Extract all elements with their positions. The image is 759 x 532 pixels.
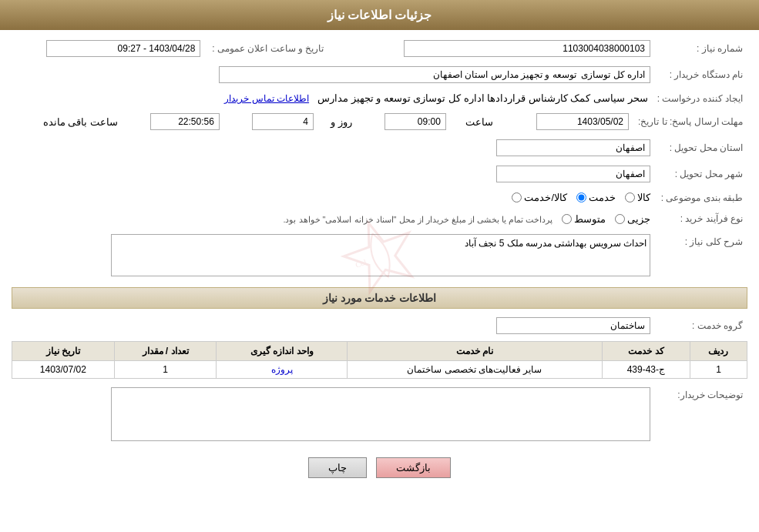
creator-value: سحر سیاسی کمک کارشناس قراردادها اداره کل… (317, 92, 648, 104)
general-desc-label: شرح کلی نیاز : (655, 232, 747, 281)
cell-code: ج-43-439 (602, 361, 690, 379)
info-table-service-group: گروه خدمت : (12, 315, 747, 336)
header-title: جزئیات اطلاعات نیاز (327, 8, 432, 22)
purchase-radio-group: جزیی متوسط پرداخت تمام یا بخشی از مبلغ خ… (16, 212, 650, 225)
general-desc-textarea[interactable]: احداث سرویس بهداشتی مدرسه ملک 5 نجف آباد (111, 234, 650, 276)
city-label: شهر محل تحویل : (655, 163, 747, 185)
button-bar: بازگشت چاپ (12, 457, 747, 478)
deadline-time-cell (355, 111, 451, 132)
request-number-label: شماره نیاز : (655, 38, 747, 59)
category-khedmat-radio[interactable] (576, 192, 586, 202)
contact-link[interactable]: اطلاعات تماس خریدار (224, 93, 309, 104)
main-content: شماره نیاز : تاریخ و ساعت اعلان عمومی : … (0, 30, 759, 497)
purchase-type-label: نوع فرآیند خرید : (655, 210, 747, 227)
creator-label: ایجاد کننده درخواست : (653, 90, 747, 106)
buyer-notes-label: توضیحات خریدار: (655, 385, 747, 446)
info-table-row2: نام دستگاه خریدار : (12, 64, 747, 85)
province-label: استان محل تحویل : (655, 137, 747, 159)
category-radio-group: کالا خدمت کالا/خدمت (16, 192, 650, 203)
buyer-org-label: نام دستگاه خریدار : (655, 64, 747, 85)
info-table-notes: توضیحات خریدار: (12, 385, 747, 446)
category-option-kala-khedmat[interactable]: کالا/خدمت (512, 192, 567, 203)
purchase-motavasset-label: متوسط (574, 213, 606, 225)
buyer-notes-cell (12, 385, 655, 446)
purchase-type-cell: جزیی متوسط پرداخت تمام یا بخشی از مبلغ خ… (12, 210, 655, 227)
col-header-name: نام خدمت (348, 342, 603, 361)
deadline-remaining-input (150, 113, 220, 130)
service-group-cell (12, 315, 655, 336)
col-header-date: تاریخ نیاز (12, 342, 115, 361)
cell-unit: پروژه (217, 361, 348, 379)
info-table-purchase: نوع فرآیند خرید : جزیی متوسط پرداخت تمام… (12, 210, 747, 227)
buyer-org-input (219, 66, 650, 83)
col-header-code: کد خدمت (602, 342, 690, 361)
province-cell (12, 137, 655, 159)
deadline-days-input (252, 113, 314, 130)
cell-row: 1 (690, 361, 747, 379)
page-header: جزئیات اطلاعات نیاز (0, 0, 759, 30)
info-table-category: طبقه بندی موضوعی : کالا خدمت کالا/خدمت (12, 189, 747, 206)
purchase-motavasset-radio[interactable] (562, 214, 572, 224)
print-button[interactable]: چاپ (308, 457, 367, 478)
back-button[interactable]: بازگشت (376, 457, 451, 478)
cell-date: 1403/07/02 (12, 361, 115, 379)
cell-qty: 1 (114, 361, 217, 379)
category-kala-label: کالا (637, 192, 650, 203)
deadline-date-input (536, 113, 629, 130)
category-kala-khedmat-label: کالا/خدمت (524, 192, 567, 203)
buyer-notes-textarea[interactable] (111, 387, 650, 441)
info-table-row3: ایجاد کننده درخواست : سحر سیاسی کمک کارش… (12, 90, 747, 106)
service-group-label: گروه خدمت : (655, 315, 747, 336)
category-option-kala[interactable]: کالا (625, 192, 650, 203)
services-section-title: اطلاعات خدمات مورد نیاز (12, 287, 747, 309)
announce-date-label: تاریخ و ساعت اعلان عمومی : (205, 38, 328, 59)
page-wrapper: جزئیات اطلاعات نیاز شماره نیاز : تاریخ و… (0, 0, 759, 532)
col-header-row: ردیف (690, 342, 747, 361)
category-kala-khedmat-radio[interactable] (512, 192, 522, 202)
info-table-province: استان محل تحویل : (12, 137, 747, 159)
deadline-remaining-label: ساعت باقی مانده (43, 116, 118, 128)
category-khedmat-label: خدمت (589, 192, 616, 203)
deadline-days-cell (223, 111, 318, 132)
category-kala-radio[interactable] (625, 192, 635, 202)
request-number-cell (351, 38, 655, 59)
purchase-jozi-radio[interactable] (615, 214, 625, 224)
province-input (496, 139, 650, 156)
services-table: ردیف کد خدمت نام خدمت واحد اندازه گیری ت… (12, 341, 747, 379)
general-desc-cell: احداث سرویس بهداشتی مدرسه ملک 5 نجف آباد… (12, 232, 655, 281)
announce-date-cell (12, 38, 205, 59)
info-table-desc: شرح کلی نیاز : احداث سرویس بهداشتی مدرسه… (12, 232, 747, 281)
deadline-days-label: روز و (331, 116, 352, 128)
city-input (496, 166, 650, 182)
service-group-input (496, 317, 650, 334)
col-header-qty: تعداد / مقدار (114, 342, 217, 361)
purchase-jozi-label: جزیی (627, 213, 650, 225)
cell-name: سایر فعالیت‌های تخصصی ساختمان (348, 361, 603, 379)
category-label: طبقه بندی موضوعی : (655, 189, 747, 206)
info-table-deadline: مهلت ارسال پاسخ: تا تاریخ: ساعت روز و (12, 111, 747, 132)
deadline-label: مهلت ارسال پاسخ: تا تاریخ: (633, 111, 747, 132)
city-cell (12, 163, 655, 185)
deadline-time-label: ساعت (465, 116, 493, 128)
info-table-row1: شماره نیاز : تاریخ و ساعت اعلان عمومی : (12, 38, 747, 59)
info-table-city: شهر محل تحویل : (12, 163, 747, 185)
purchase-option-motavasset[interactable]: متوسط (562, 213, 606, 225)
creator-cell: سحر سیاسی کمک کارشناس قراردادها اداره کل… (12, 90, 653, 106)
category-option-khedmat[interactable]: خدمت (576, 192, 616, 203)
category-cell: کالا خدمت کالا/خدمت (12, 189, 655, 206)
request-number-input (404, 40, 650, 57)
col-header-unit: واحد اندازه گیری (217, 342, 348, 361)
announce-date-input (46, 40, 200, 57)
purchase-note: پرداخت تمام یا بخشی از مبلغ خریدار از مح… (283, 215, 552, 225)
deadline-date-cell (496, 111, 633, 132)
buyer-org-cell (12, 64, 655, 85)
purchase-option-jozi[interactable]: جزیی (615, 213, 650, 225)
deadline-time-input (385, 113, 446, 130)
table-row: 1 ج-43-439 سایر فعالیت‌های تخصصی ساختمان… (12, 361, 747, 379)
